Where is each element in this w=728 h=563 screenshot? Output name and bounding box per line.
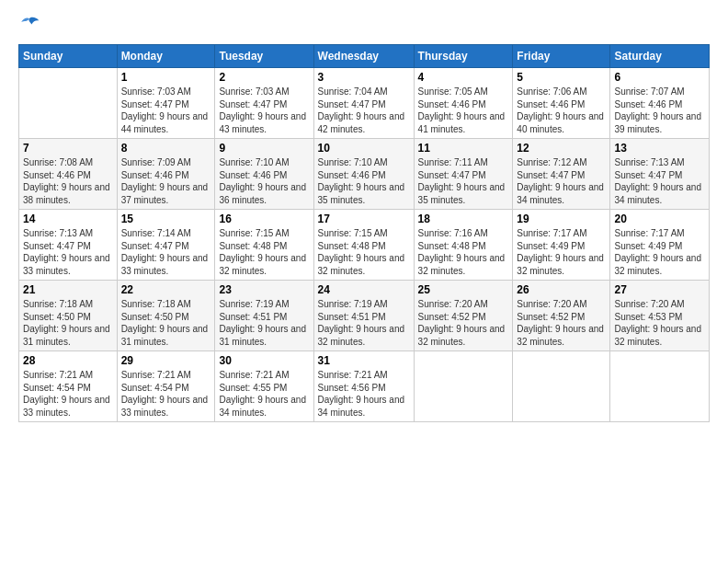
calendar-cell: 25Sunrise: 7:20 AMSunset: 4:52 PMDayligh… [414,281,513,351]
day-number: 9 [219,142,309,155]
calendar-cell: 24Sunrise: 7:19 AMSunset: 4:51 PMDayligh… [313,281,414,351]
day-number: 1 [121,71,211,84]
day-info: Sunrise: 7:21 AMSunset: 4:54 PMDaylight:… [23,369,113,419]
day-info: Sunrise: 7:03 AMSunset: 4:47 PMDaylight:… [121,86,211,135]
day-number: 28 [23,354,113,367]
day-number: 2 [219,71,309,84]
day-info: Sunrise: 7:08 AMSunset: 4:46 PMDaylight:… [23,156,113,206]
day-info: Sunrise: 7:13 AMSunset: 4:47 PMDaylight:… [23,227,113,277]
calendar-week-5: 28Sunrise: 7:21 AMSunset: 4:54 PMDayligh… [19,351,710,422]
calendar-cell: 11Sunrise: 7:11 AMSunset: 4:47 PMDayligh… [414,139,513,210]
calendar-cell: 30Sunrise: 7:21 AMSunset: 4:55 PMDayligh… [215,351,313,422]
calendar-cell [19,68,118,139]
calendar-week-2: 7Sunrise: 7:08 AMSunset: 4:46 PMDaylight… [19,139,710,210]
calendar-cell [513,351,610,422]
day-number: 26 [517,283,606,296]
calendar-cell: 3Sunrise: 7:04 AMSunset: 4:47 PMDaylight… [313,68,414,139]
weekday-header-monday: Monday [117,45,215,68]
weekday-header-thursday: Thursday [414,45,513,68]
day-info: Sunrise: 7:06 AMSunset: 4:46 PMDaylight:… [517,86,606,135]
day-info: Sunrise: 7:04 AMSunset: 4:47 PMDaylight:… [318,86,410,135]
day-info: Sunrise: 7:17 AMSunset: 4:49 PMDaylight:… [517,227,606,277]
day-info: Sunrise: 7:20 AMSunset: 4:53 PMDaylight:… [614,298,705,348]
day-number: 12 [517,142,606,155]
calendar-cell: 22Sunrise: 7:18 AMSunset: 4:50 PMDayligh… [117,281,215,351]
calendar-cell: 13Sunrise: 7:13 AMSunset: 4:47 PMDayligh… [610,139,710,210]
day-info: Sunrise: 7:19 AMSunset: 4:51 PMDaylight:… [318,298,410,348]
day-info: Sunrise: 7:14 AMSunset: 4:47 PMDaylight:… [121,227,211,277]
day-info: Sunrise: 7:18 AMSunset: 4:50 PMDaylight:… [23,298,113,348]
day-number: 8 [121,142,211,155]
day-info: Sunrise: 7:21 AMSunset: 4:54 PMDaylight:… [121,369,211,419]
weekday-header-saturday: Saturday [610,45,710,68]
day-number: 13 [614,142,705,155]
calendar-cell: 15Sunrise: 7:14 AMSunset: 4:47 PMDayligh… [117,210,215,281]
day-number: 29 [121,354,211,367]
day-info: Sunrise: 7:21 AMSunset: 4:55 PMDaylight:… [219,369,309,419]
calendar-cell: 31Sunrise: 7:21 AMSunset: 4:56 PMDayligh… [313,351,414,422]
day-info: Sunrise: 7:07 AMSunset: 4:46 PMDaylight:… [614,86,705,135]
day-number: 11 [418,142,509,155]
calendar-cell: 18Sunrise: 7:16 AMSunset: 4:48 PMDayligh… [414,210,513,281]
day-number: 4 [418,71,509,84]
day-number: 21 [23,283,113,296]
calendar-cell: 29Sunrise: 7:21 AMSunset: 4:54 PMDayligh… [117,351,215,422]
day-number: 24 [318,283,410,296]
calendar-cell [414,351,513,422]
day-number: 25 [418,283,509,296]
calendar-cell: 9Sunrise: 7:10 AMSunset: 4:46 PMDaylight… [215,139,313,210]
day-info: Sunrise: 7:09 AMSunset: 4:46 PMDaylight:… [121,156,211,206]
day-info: Sunrise: 7:10 AMSunset: 4:46 PMDaylight:… [318,156,410,206]
calendar-week-3: 14Sunrise: 7:13 AMSunset: 4:47 PMDayligh… [19,210,710,281]
calendar-cell: 23Sunrise: 7:19 AMSunset: 4:51 PMDayligh… [215,281,313,351]
day-number: 22 [121,283,211,296]
day-number: 31 [318,354,410,367]
day-number: 3 [318,71,410,84]
calendar-week-4: 21Sunrise: 7:18 AMSunset: 4:50 PMDayligh… [19,281,710,351]
day-number: 20 [614,213,705,225]
calendar-cell: 28Sunrise: 7:21 AMSunset: 4:54 PMDayligh… [19,351,118,422]
logo [18,15,44,37]
weekday-header-sunday: Sunday [19,45,118,68]
calendar-table: SundayMondayTuesdayWednesdayThursdayFrid… [18,44,710,422]
day-number: 27 [614,283,705,296]
day-number: 14 [23,213,113,225]
day-number: 5 [517,71,606,84]
calendar-cell: 8Sunrise: 7:09 AMSunset: 4:46 PMDaylight… [117,139,215,210]
day-number: 17 [318,213,410,225]
calendar-cell: 27Sunrise: 7:20 AMSunset: 4:53 PMDayligh… [610,281,710,351]
day-number: 23 [219,283,309,296]
page-container: SundayMondayTuesdayWednesdayThursdayFrid… [0,0,728,431]
day-info: Sunrise: 7:15 AMSunset: 4:48 PMDaylight:… [219,227,309,277]
calendar-cell: 7Sunrise: 7:08 AMSunset: 4:46 PMDaylight… [19,139,118,210]
calendar-cell: 16Sunrise: 7:15 AMSunset: 4:48 PMDayligh… [215,210,313,281]
day-info: Sunrise: 7:05 AMSunset: 4:46 PMDaylight:… [418,86,509,135]
day-number: 16 [219,213,309,225]
day-info: Sunrise: 7:13 AMSunset: 4:47 PMDaylight:… [614,156,705,206]
calendar-cell: 10Sunrise: 7:10 AMSunset: 4:46 PMDayligh… [313,139,414,210]
day-info: Sunrise: 7:03 AMSunset: 4:47 PMDaylight:… [219,86,309,135]
day-info: Sunrise: 7:12 AMSunset: 4:47 PMDaylight:… [517,156,606,206]
day-number: 30 [219,354,309,367]
calendar-cell: 4Sunrise: 7:05 AMSunset: 4:46 PMDaylight… [414,68,513,139]
day-info: Sunrise: 7:18 AMSunset: 4:50 PMDaylight:… [121,298,211,348]
day-info: Sunrise: 7:20 AMSunset: 4:52 PMDaylight:… [418,298,509,348]
calendar-cell: 17Sunrise: 7:15 AMSunset: 4:48 PMDayligh… [313,210,414,281]
header-row [18,15,710,37]
calendar-cell: 6Sunrise: 7:07 AMSunset: 4:46 PMDaylight… [610,68,710,139]
day-info: Sunrise: 7:21 AMSunset: 4:56 PMDaylight:… [318,369,410,419]
day-number: 19 [517,213,606,225]
day-number: 6 [614,71,705,84]
day-info: Sunrise: 7:20 AMSunset: 4:52 PMDaylight:… [517,298,606,348]
calendar-cell: 19Sunrise: 7:17 AMSunset: 4:49 PMDayligh… [513,210,610,281]
calendar-cell: 2Sunrise: 7:03 AMSunset: 4:47 PMDaylight… [215,68,313,139]
weekday-header-tuesday: Tuesday [215,45,313,68]
calendar-cell: 21Sunrise: 7:18 AMSunset: 4:50 PMDayligh… [19,281,118,351]
weekday-header-friday: Friday [513,45,610,68]
day-number: 18 [418,213,509,225]
day-info: Sunrise: 7:16 AMSunset: 4:48 PMDaylight:… [418,227,509,277]
day-info: Sunrise: 7:15 AMSunset: 4:48 PMDaylight:… [318,227,410,277]
calendar-week-1: 1Sunrise: 7:03 AMSunset: 4:47 PMDaylight… [19,68,710,139]
weekday-header-wednesday: Wednesday [313,45,414,68]
calendar-cell: 1Sunrise: 7:03 AMSunset: 4:47 PMDaylight… [117,68,215,139]
